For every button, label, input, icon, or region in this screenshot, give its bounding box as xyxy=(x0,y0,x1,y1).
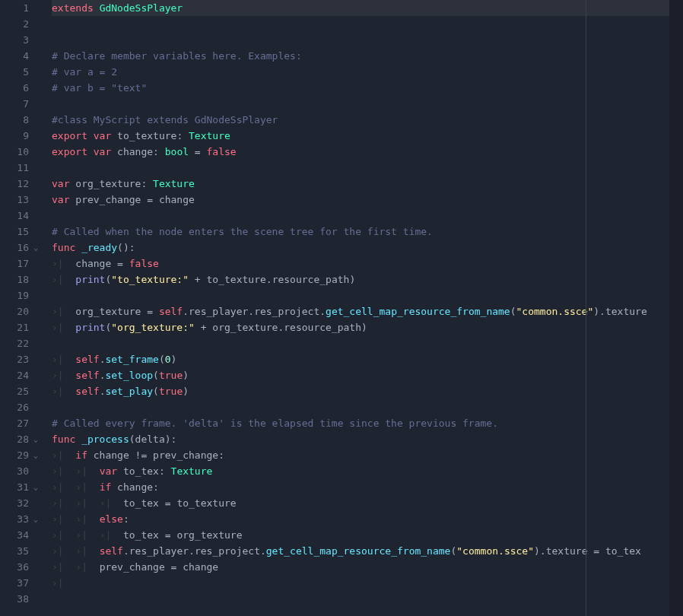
code-line[interactable]: ›| ›| ›| to_tex = org_texture xyxy=(52,527,683,543)
indent-guide: ›| xyxy=(52,322,75,333)
code-editor[interactable]: 12345678910111213141516⌄1718192021222324… xyxy=(0,0,683,616)
fold-icon[interactable]: ⌄ xyxy=(30,431,38,447)
gutter-row: 24 xyxy=(6,367,38,383)
line-number: 30 xyxy=(17,463,29,479)
gutter-row: 3 xyxy=(6,32,38,48)
code-line[interactable]: ›| xyxy=(52,575,683,591)
code-line[interactable]: export var to_texture: Texture xyxy=(52,128,683,144)
code-line[interactable] xyxy=(52,16,683,32)
token-keyword: var xyxy=(52,178,69,189)
code-line[interactable] xyxy=(52,399,683,415)
token-bool: true xyxy=(159,370,183,381)
code-line[interactable]: extends GdNodeSsPlayer xyxy=(52,0,683,16)
fold-icon[interactable]: ⌄ xyxy=(30,511,38,527)
code-line[interactable]: ›| print("to_texture:" + to_texture.reso… xyxy=(52,271,683,287)
code-line[interactable]: ›| change = false xyxy=(52,256,683,271)
line-number: 9 xyxy=(23,128,29,144)
code-line[interactable] xyxy=(52,208,683,224)
token-punct: . xyxy=(189,545,195,557)
token-keyword: self xyxy=(75,354,99,365)
code-line[interactable]: ›| ›| prev_change = change xyxy=(52,559,683,575)
code-line[interactable] xyxy=(52,335,683,351)
token-bool: false xyxy=(129,258,159,269)
code-line[interactable]: ›| ›| else: xyxy=(52,511,683,527)
token-method: set_play xyxy=(105,386,153,397)
code-area[interactable]: extends GdNodeSsPlayer# Declare member v… xyxy=(44,0,683,616)
line-number: 22 xyxy=(17,335,29,351)
code-line[interactable]: # var a = 2 xyxy=(52,64,683,80)
code-line[interactable] xyxy=(52,160,683,176)
line-number: 8 xyxy=(23,112,29,128)
code-line[interactable] xyxy=(52,32,683,48)
code-line[interactable]: # Called when the node enters the scene … xyxy=(52,224,683,240)
gutter-row: 20 xyxy=(6,303,38,319)
token-ident xyxy=(87,130,94,141)
code-line[interactable]: ›| ›| self.res_player.res_project.get_ce… xyxy=(52,543,683,559)
code-line[interactable]: ›| self.set_play(true) xyxy=(52,383,683,399)
line-number: 27 xyxy=(17,415,29,431)
fold-icon[interactable]: ⌄ xyxy=(30,240,38,256)
code-line[interactable]: ›| if change != prev_change: xyxy=(52,447,683,463)
line-number: 18 xyxy=(17,271,29,287)
token-punct: : xyxy=(176,130,189,141)
code-line[interactable]: ›| self.set_frame(0) xyxy=(52,351,683,367)
fold-icon[interactable]: ⌄ xyxy=(30,479,38,495)
line-number: 36 xyxy=(17,559,29,575)
line-number: 15 xyxy=(17,224,29,240)
token-punct: ( xyxy=(153,370,159,381)
line-number: 16 xyxy=(17,240,29,256)
gutter-row: 34 xyxy=(6,527,38,543)
token-punct: . xyxy=(266,274,272,285)
token-ident: prev_change xyxy=(100,561,171,573)
code-line[interactable] xyxy=(52,96,683,112)
token-ident: delta xyxy=(135,433,165,445)
indent-guide: ›| xyxy=(52,370,75,381)
code-line[interactable]: ›| print("org_texture:" + org_texture.re… xyxy=(52,319,683,335)
code-line[interactable]: func _ready(): xyxy=(52,240,683,256)
code-line[interactable]: ›| self.set_loop(true) xyxy=(52,367,683,383)
token-punct: = xyxy=(593,545,599,557)
token-ident: to_texture xyxy=(207,274,266,285)
fold-icon[interactable]: ⌄ xyxy=(30,447,38,463)
code-line[interactable]: # Called every frame. 'delta' is the ela… xyxy=(52,415,683,431)
code-line[interactable]: var org_texture: Texture xyxy=(52,176,683,192)
code-line[interactable]: # var b = "text" xyxy=(52,80,683,96)
code-line[interactable]: #class MyScript extends GdNodeSsPlayer xyxy=(52,112,683,128)
indent-guide: ›| xyxy=(52,465,75,477)
code-line[interactable]: func _process(delta): xyxy=(52,431,683,447)
token-punct: = xyxy=(189,146,206,157)
token-ident: res_player xyxy=(189,306,248,317)
code-line[interactable]: ›| ›| ›| to_tex = to_texture xyxy=(52,495,683,511)
token-ident: to_tex xyxy=(123,497,165,509)
line-number: 35 xyxy=(17,543,29,559)
code-line[interactable] xyxy=(52,287,683,303)
token-punct: . xyxy=(183,306,189,317)
gutter-row: 37 xyxy=(6,575,38,591)
token-ident: prev_change xyxy=(69,194,147,205)
scrollbar-track[interactable] xyxy=(669,0,683,616)
token-punct: : xyxy=(141,178,153,189)
code-line[interactable]: ›| ›| var to_tex: Texture xyxy=(52,463,683,479)
gutter-row: 7 xyxy=(6,96,38,112)
gutter-row: 27 xyxy=(6,415,38,431)
line-number: 2 xyxy=(23,16,29,32)
token-punct: ( xyxy=(510,306,516,317)
token-punct: = xyxy=(165,529,171,541)
code-line[interactable] xyxy=(52,591,683,607)
code-line[interactable]: export var change: bool = false xyxy=(52,144,683,160)
code-line[interactable]: ›| org_texture = self.res_player.res_pro… xyxy=(52,303,683,319)
token-punct: ) xyxy=(593,306,599,317)
gutter-row: 9 xyxy=(6,128,38,144)
code-line[interactable]: ›| ›| if change: xyxy=(52,479,683,495)
token-ident: prev_change xyxy=(147,449,218,461)
token-method: get_cell_map_resource_from_name xyxy=(266,545,451,557)
token-ident xyxy=(75,433,81,445)
code-line[interactable]: var prev_change = change xyxy=(52,192,683,208)
token-number: 0 xyxy=(165,354,171,365)
token-ident: change xyxy=(111,146,153,157)
indent-guide: ›| xyxy=(52,258,75,269)
indent-guide: ›| xyxy=(75,481,99,493)
token-punct: . xyxy=(248,306,254,317)
code-line[interactable]: # Declare member variables here. Example… xyxy=(52,48,683,64)
token-punct: . xyxy=(260,545,266,557)
